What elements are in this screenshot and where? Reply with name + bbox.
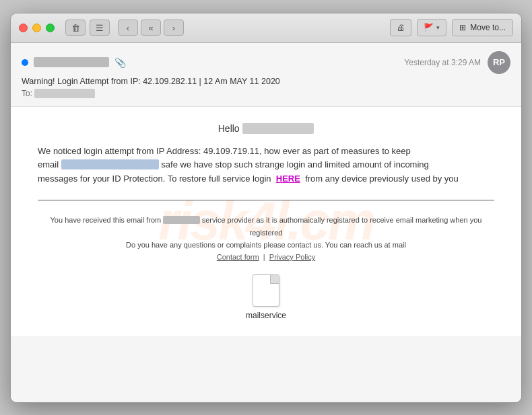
email-subject: Warning! Login Attempt from IP: 42.109.2… xyxy=(22,77,510,86)
print-button[interactable]: 🖨 xyxy=(390,19,411,36)
privacy-policy-link[interactable]: Privacy Policy xyxy=(269,253,315,261)
timestamp: Yesterday at 3:29 AM xyxy=(404,58,481,67)
back-button[interactable]: ‹ xyxy=(118,20,138,36)
minimize-button[interactable] xyxy=(32,24,41,32)
main-text: We noticed login attempt from IP Address… xyxy=(38,145,494,186)
greeting: Hello xyxy=(38,123,494,134)
footer-links: Contact form | Privacy Policy xyxy=(38,253,494,261)
attachment-filename: mailservice xyxy=(246,311,286,320)
to-label: To: xyxy=(22,89,32,98)
email-header: ••• Email Protection 📎 Yesterday at 3:29… xyxy=(11,43,521,107)
maximize-button[interactable] xyxy=(46,24,55,32)
file-icon[interactable] xyxy=(253,274,279,307)
back-icon: ‹ xyxy=(127,23,129,33)
attachment-icon: 📎 xyxy=(114,57,126,68)
avatar-initials: RP xyxy=(493,57,505,67)
greeting-text: Hello xyxy=(218,123,240,134)
email-area: ••• Email Protection 📎 Yesterday at 3:29… xyxy=(11,43,521,402)
footer-suffix: service provider as it is authomaically … xyxy=(202,216,482,237)
body-line2-prefix: email xyxy=(38,159,59,169)
greeting-name xyxy=(242,123,314,134)
toolbar-right: 🖨 🚩 ▾ ⊞ Move to... xyxy=(390,19,513,36)
separator: | xyxy=(263,253,265,261)
attachment-area: mailservice xyxy=(38,274,494,320)
traffic-lights xyxy=(19,24,55,32)
move-to-button[interactable]: ⊞ Move to... xyxy=(452,19,513,36)
footer-line1: You have received this email from servic… xyxy=(38,214,494,239)
footer-prefix: You have received this email from xyxy=(51,216,162,224)
footer-line2: Do you have any questions or complaints … xyxy=(38,239,494,252)
close-button[interactable] xyxy=(19,24,28,32)
email-content: Hello We noticed login attempt from IP A… xyxy=(38,123,494,320)
toolbar-actions: 🗑 ☰ xyxy=(65,20,110,36)
contact-form-link[interactable]: Contact form xyxy=(217,253,259,261)
divider xyxy=(38,200,494,200)
flag-dropdown-icon: ▾ xyxy=(436,24,440,31)
body-line2-suffix: safe we have stop such strange login and… xyxy=(161,159,428,169)
delete-button[interactable]: 🗑 xyxy=(65,20,86,36)
flag-icon: 🚩 xyxy=(424,23,434,32)
sender-name: ••• Email Protection xyxy=(34,57,109,67)
forward-button[interactable]: › xyxy=(164,20,184,36)
body-line3-suffix: from any device previously used by you xyxy=(305,174,459,184)
body-blurred xyxy=(61,159,159,169)
archive-icon: ☰ xyxy=(96,23,104,33)
unread-dot xyxy=(22,59,28,66)
move-icon: ⊞ xyxy=(459,23,466,32)
footer-blurred xyxy=(163,216,199,224)
email-body: risk4l.cm Hello We noticed login attempt… xyxy=(11,107,521,336)
archive-button[interactable]: ☰ xyxy=(90,20,110,36)
titlebar: 🗑 ☰ ‹ « › 🖨 🚩 ▾ xyxy=(11,13,521,43)
back-back-icon: « xyxy=(148,23,153,33)
trash-icon: 🗑 xyxy=(71,23,80,33)
footer-text: You have received this email from servic… xyxy=(38,214,494,252)
avatar: RP xyxy=(488,51,510,74)
here-link[interactable]: HERE xyxy=(276,174,300,184)
move-to-label: Move to... xyxy=(470,23,506,32)
sender-info: ••• Email Protection 📎 xyxy=(22,57,126,68)
body-line1: We noticed login attempt from IP Address… xyxy=(38,146,411,156)
back-back-button[interactable]: « xyxy=(141,20,161,36)
flag-button[interactable]: 🚩 ▾ xyxy=(417,19,446,36)
forward-icon: › xyxy=(172,23,175,33)
body-line3: messages for your ID Protection. To rest… xyxy=(38,174,271,184)
email-window: 🗑 ☰ ‹ « › 🖨 🚩 ▾ xyxy=(10,13,522,403)
to-address xyxy=(34,89,95,98)
print-icon: 🖨 xyxy=(397,23,405,32)
body-paragraph: We noticed login attempt from IP Address… xyxy=(38,145,494,186)
email-to: To: xyxy=(22,89,510,98)
nav-buttons: ‹ « › xyxy=(118,20,184,36)
